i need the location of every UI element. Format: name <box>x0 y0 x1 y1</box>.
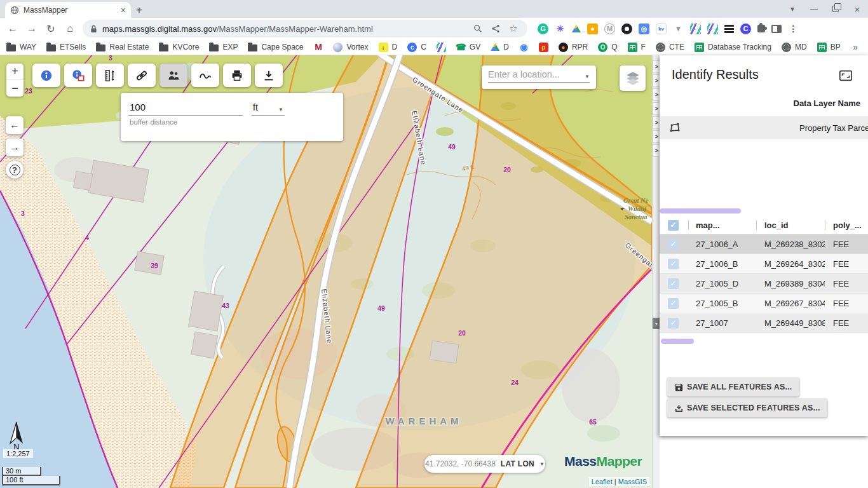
camera-icon[interactable]: ◎ <box>639 24 649 34</box>
measure-button[interactable] <box>96 64 124 87</box>
bookmark-item[interactable]: OQ <box>598 43 617 52</box>
feature-row[interactable]: ✓27_1005_DM_269389_83043FEE <box>660 274 868 294</box>
m-circle-icon[interactable]: M <box>604 24 615 34</box>
download-button[interactable] <box>255 64 283 87</box>
coordinate-readout[interactable]: 41.72032, -70.66438 LAT LON ▼ <box>424 455 545 473</box>
gear-icon[interactable] <box>621 24 632 34</box>
new-tab-button[interactable]: + <box>131 2 147 18</box>
bookmark-item[interactable]: Real Estate <box>96 43 149 51</box>
parcel-number-label: 49 <box>448 143 456 151</box>
cell-poly: FEE <box>825 259 868 269</box>
stripes-icon[interactable] <box>707 24 718 34</box>
bookmark-item[interactable]: Vortex <box>333 43 368 52</box>
purple-burst-icon[interactable]: ✳ <box>555 24 566 34</box>
column-header-loc-id[interactable]: loc_id <box>756 220 825 230</box>
massgis-link[interactable]: MassGIS <box>618 478 647 485</box>
bookmark-item[interactable]: M <box>313 43 323 52</box>
parcel-number-label: 3 <box>21 210 25 217</box>
back-icon[interactable]: ← <box>4 20 22 37</box>
buffer-distance-input[interactable] <box>128 99 243 116</box>
stripes-icon[interactable] <box>690 24 701 34</box>
side-panel-icon[interactable] <box>771 25 782 33</box>
tab-search-icon[interactable]: ▾ <box>782 0 803 18</box>
save-all-features-button[interactable]: SAVE ALL FEATURES AS... <box>667 377 799 396</box>
c-clock-icon[interactable]: C <box>740 24 751 34</box>
column-header-map[interactable]: map... <box>688 220 756 230</box>
layers-button[interactable] <box>620 65 646 91</box>
save-selected-features-button[interactable]: SAVE SELECTED FEATURES AS... <box>667 398 827 417</box>
row-checkbox[interactable]: ✓ <box>668 239 679 250</box>
bookmark-item[interactable]: D <box>491 43 509 51</box>
extensions-puzzle-icon[interactable] <box>757 25 765 32</box>
kvcore-icon[interactable]: kv <box>656 24 667 34</box>
bookmark-item[interactable]: ●RPR <box>559 43 588 52</box>
bookmark-item[interactable]: MD <box>782 43 807 52</box>
lamp-icon[interactable]: ● <box>587 24 598 34</box>
bookmark-item[interactable]: ◉ <box>519 43 529 52</box>
close-button[interactable]: × <box>846 0 868 18</box>
reload-icon[interactable]: ↻ <box>42 20 60 37</box>
buffer-unit-select[interactable]: ft ▼ <box>252 99 285 116</box>
table-horizontal-scrollbar-bottom[interactable] <box>661 339 694 344</box>
identify-in-polygon-button[interactable] <box>64 64 92 87</box>
expand-table-button[interactable] <box>839 69 853 85</box>
menu-kebab-icon[interactable]: ⋮ <box>788 24 799 34</box>
layer-result-row[interactable]: Property Tax Parcels <box>660 116 868 139</box>
select-all-checkbox[interactable]: ✓ <box>668 220 679 231</box>
restore-button[interactable] <box>825 0 846 18</box>
people-button[interactable] <box>159 64 187 87</box>
search-icon[interactable] <box>471 24 484 33</box>
feature-row[interactable]: ✓27_1006_BM_269264_83024FEE <box>660 254 868 274</box>
history-back-button[interactable]: ← <box>6 116 24 134</box>
history-forward-button[interactable]: → <box>6 139 24 156</box>
leaflet-link[interactable]: Leaflet <box>592 478 613 485</box>
grammarly-icon[interactable]: G <box>538 24 548 34</box>
bookmark-item[interactable]: p <box>539 43 548 52</box>
bookmark-item[interactable]: Cape Space <box>248 43 303 51</box>
bookmark-item[interactable] <box>437 43 446 52</box>
row-checkbox[interactable]: ✓ <box>668 318 679 329</box>
browser-tab[interactable]: MassMapper × <box>5 2 131 18</box>
zoom-in-button[interactable]: + <box>6 64 24 80</box>
forward-icon[interactable]: → <box>23 20 41 37</box>
bookmark-item[interactable]: WAY <box>6 43 36 51</box>
share-icon[interactable] <box>489 24 502 33</box>
identify-button[interactable] <box>32 64 60 87</box>
bookmark-star-icon[interactable]: ☆ <box>507 23 520 34</box>
minimize-button[interactable]: — <box>803 0 825 18</box>
bookmark-item[interactable]: BP <box>817 43 841 52</box>
bookmark-item[interactable]: ↓D <box>379 43 398 52</box>
zoom-out-button[interactable]: − <box>6 80 24 97</box>
bookmark-item[interactable]: ETSells <box>46 43 86 51</box>
share-link-button[interactable] <box>128 64 156 87</box>
bookmark-item[interactable]: EXP <box>209 43 238 51</box>
feature-row[interactable]: ✓27_1005_BM_269267_83047FEE <box>660 294 868 313</box>
feature-row[interactable]: ✓27_1007M_269449_83081FEE <box>660 313 868 333</box>
address-bar[interactable]: maps.massgis.digital.mass.gov/MassMapper… <box>83 20 527 37</box>
bookmark-item[interactable]: cC <box>407 43 426 52</box>
bookmark-item[interactable]: ☎GV <box>456 43 480 52</box>
row-checkbox[interactable]: ✓ <box>668 259 679 269</box>
bookmark-item[interactable]: Database Tracking <box>695 43 771 52</box>
bookmark-item[interactable]: F <box>628 43 646 52</box>
location-search-input[interactable] <box>488 69 585 79</box>
draw-button[interactable] <box>191 64 219 87</box>
feature-row[interactable]: ✓27_1006_AM_269238_83028FEE <box>660 234 868 254</box>
drive-icon[interactable] <box>572 25 581 32</box>
home-icon[interactable]: ⌂ <box>61 20 79 37</box>
tab-close-icon[interactable]: × <box>121 5 126 15</box>
help-button[interactable]: ? <box>6 161 24 179</box>
cast-icon[interactable]: ▼ <box>673 24 684 34</box>
row-checkbox[interactable]: ✓ <box>668 298 679 309</box>
column-header-poly[interactable]: poly_... <box>825 220 868 230</box>
map-area[interactable]: WAREHAM Greengate Lane Greengate Lane El… <box>0 55 652 488</box>
row-checkbox[interactable]: ✓ <box>668 278 679 289</box>
bookmarks-overflow-icon[interactable]: » <box>849 42 862 52</box>
bookmark-item[interactable]: KVCore <box>159 43 199 51</box>
layers-stack-icon[interactable] <box>724 25 734 33</box>
bookmark-item[interactable]: CTE <box>656 43 684 52</box>
chevron-down-icon[interactable]: ▼ <box>585 74 590 79</box>
chevron-down-icon[interactable]: ▼ <box>539 461 545 467</box>
table-horizontal-scrollbar[interactable] <box>660 208 741 214</box>
print-button[interactable] <box>223 64 251 87</box>
